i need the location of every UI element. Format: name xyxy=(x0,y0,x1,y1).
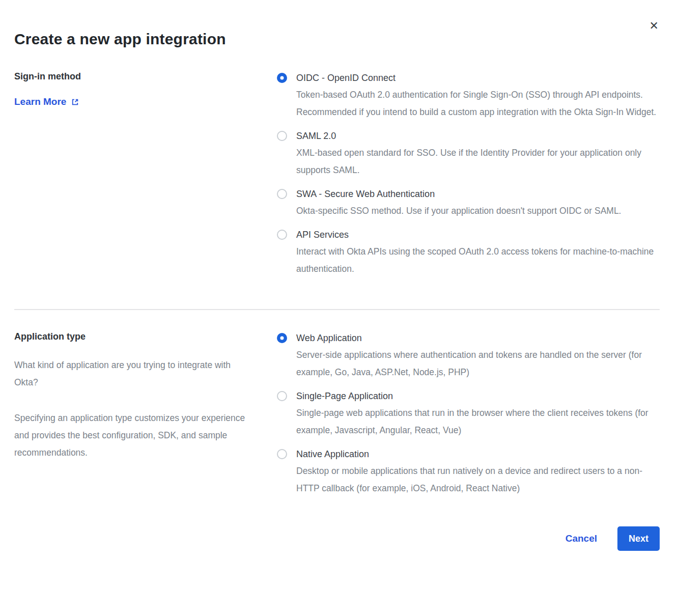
signin-method-left-column: Sign-in method Learn More xyxy=(14,71,253,277)
option-label: OIDC - OpenID Connect xyxy=(296,71,660,85)
option-text: OIDC - OpenID Connect Token-based OAuth … xyxy=(296,71,660,121)
application-type-label: Application type xyxy=(14,331,253,342)
option-description: Okta-specific SSO method. Use if your ap… xyxy=(296,202,621,219)
application-type-section: Application type What kind of applicatio… xyxy=(14,331,660,497)
application-type-options: Web Application Server-side applications… xyxy=(277,331,660,497)
option-description: Interact with Okta APIs using the scoped… xyxy=(296,243,660,277)
option-text: Native Application Desktop or mobile app… xyxy=(296,447,660,497)
option-label: SAML 2.0 xyxy=(296,129,660,143)
radio-unselected-icon[interactable] xyxy=(277,391,287,401)
next-button[interactable]: Next xyxy=(617,526,660,551)
radio-option-web-application[interactable]: Web Application Server-side applications… xyxy=(277,331,660,381)
signin-method-label: Sign-in method xyxy=(14,71,253,82)
option-description: Token-based OAuth 2.0 authentication for… xyxy=(296,86,660,121)
page-title: Create a new app integration xyxy=(14,31,660,48)
radio-option-oidc[interactable]: OIDC - OpenID Connect Token-based OAuth … xyxy=(277,71,660,121)
learn-more-link[interactable]: Learn More xyxy=(14,96,79,107)
option-text: Single-Page Application Single-page web … xyxy=(296,389,660,439)
application-type-intro: What kind of application are you trying … xyxy=(14,356,253,391)
application-type-detail: Specifying an application type customize… xyxy=(14,409,253,461)
radio-option-swa[interactable]: SWA - Secure Web Authentication Okta-spe… xyxy=(277,187,660,219)
option-text: SAML 2.0 XML-based open standard for SSO… xyxy=(296,129,660,179)
close-icon: ✕ xyxy=(649,19,659,32)
radio-selected-icon[interactable] xyxy=(277,73,287,83)
dialog-footer: Cancel Next xyxy=(14,526,660,551)
radio-option-native-application[interactable]: Native Application Desktop or mobile app… xyxy=(277,447,660,497)
option-description: XML-based open standard for SSO. Use if … xyxy=(296,144,660,179)
option-label: Native Application xyxy=(296,447,660,461)
radio-unselected-icon[interactable] xyxy=(277,131,287,141)
signin-method-section: Sign-in method Learn More OIDC - OpenID … xyxy=(14,71,660,277)
option-text: API Services Interact with Okta APIs usi… xyxy=(296,228,660,277)
section-divider xyxy=(14,309,660,310)
option-label: Single-Page Application xyxy=(296,389,660,403)
radio-selected-icon[interactable] xyxy=(277,333,287,343)
option-text: Web Application Server-side applications… xyxy=(296,331,660,381)
option-description: Server-side applications where authentic… xyxy=(296,346,660,381)
option-description: Single-page web applications that run in… xyxy=(296,404,660,439)
application-type-left-column: Application type What kind of applicatio… xyxy=(14,331,253,497)
create-app-integration-dialog: ✕ Create a new app integration Sign-in m… xyxy=(0,0,678,616)
radio-option-single-page-application[interactable]: Single-Page Application Single-page web … xyxy=(277,389,660,439)
radio-option-api-services[interactable]: API Services Interact with Okta APIs usi… xyxy=(277,228,660,277)
radio-option-saml[interactable]: SAML 2.0 XML-based open standard for SSO… xyxy=(277,129,660,179)
radio-unselected-icon[interactable] xyxy=(277,189,287,199)
option-label: SWA - Secure Web Authentication xyxy=(296,187,621,201)
option-label: Web Application xyxy=(296,331,660,345)
cancel-button[interactable]: Cancel xyxy=(566,533,597,544)
external-link-icon xyxy=(71,98,79,106)
signin-method-options: OIDC - OpenID Connect Token-based OAuth … xyxy=(277,71,660,277)
radio-unselected-icon[interactable] xyxy=(277,449,287,459)
option-description: Desktop or mobile applications that run … xyxy=(296,462,660,497)
radio-unselected-icon[interactable] xyxy=(277,230,287,240)
learn-more-label: Learn More xyxy=(14,96,66,107)
close-button[interactable]: ✕ xyxy=(647,18,661,34)
option-label: API Services xyxy=(296,228,660,241)
option-text: SWA - Secure Web Authentication Okta-spe… xyxy=(296,187,621,219)
